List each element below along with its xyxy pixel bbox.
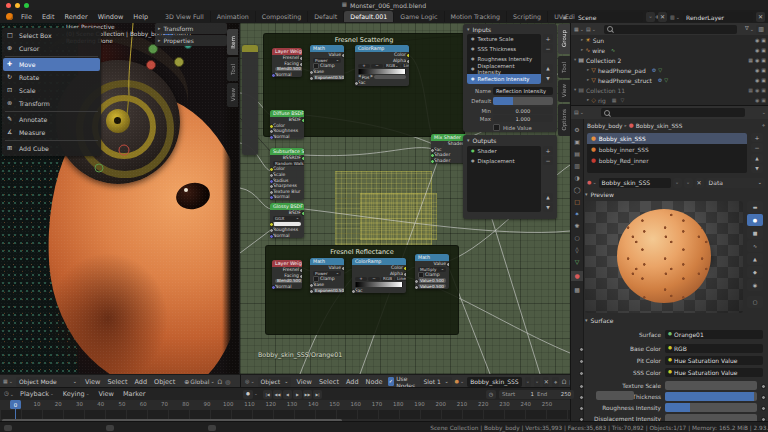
- node-colorramp[interactable]: ColorRamp Color Alpha +−RGBLinear Fac: [352, 258, 406, 293]
- tab-render-icon[interactable]: ▣: [574, 139, 580, 145]
- tab-particles-icon[interactable]: ✺: [574, 223, 579, 229]
- breadcrumb-object[interactable]: Bobby_body: [587, 123, 623, 129]
- shader-node-editor[interactable]: Fresnel Scattering Layer Weight Fresnel …: [240, 23, 570, 374]
- add-stop-button[interactable]: +: [355, 277, 367, 282]
- node-header[interactable]: ColorRamp: [355, 45, 409, 52]
- material-name-field[interactable]: Bobby_skin_SSS: [467, 377, 521, 387]
- slot-down-button[interactable]: ▼: [751, 164, 763, 173]
- tab-texture-icon[interactable]: ▩: [574, 287, 580, 293]
- move-output-down-button[interactable]: ▼: [543, 203, 553, 212]
- surface-panel-header[interactable]: ▾Surface: [585, 317, 613, 324]
- next-keyframe-button[interactable]: ▶▶: [303, 390, 312, 399]
- new-material-button[interactable]: ◦: [534, 377, 540, 387]
- preview-shape-sphere[interactable]: ●: [747, 214, 763, 226]
- material-browse-button[interactable]: ●⌄: [455, 379, 465, 384]
- orientation-dropdown[interactable]: ⊕Global⌄: [184, 378, 214, 385]
- base-color-field[interactable]: ●RGB: [665, 344, 763, 353]
- menu-help[interactable]: Help: [128, 13, 153, 21]
- menu-edit[interactable]: Edit: [37, 13, 60, 21]
- ne-menu-select[interactable]: Select: [317, 378, 341, 386]
- menu-file[interactable]: File: [16, 13, 37, 21]
- render-visibility-icon[interactable]: ▣: [761, 98, 766, 103]
- preview-shape-fluid[interactable]: ◆: [747, 266, 763, 278]
- vp-menu-object[interactable]: Object: [152, 378, 177, 386]
- tab-compositing[interactable]: Compositing: [256, 11, 308, 22]
- render-visibility-icon[interactable]: ▣: [761, 88, 766, 93]
- editor-type-button[interactable]: ◎⌄: [245, 379, 255, 384]
- ne-menu-node[interactable]: Node: [364, 378, 385, 386]
- outliner-row-collection-2[interactable]: ▾▤Collection 2▦◉▣: [571, 55, 768, 65]
- end-frame-field[interactable]: End250: [534, 390, 574, 399]
- preview-shape-plane[interactable]: ▬: [747, 201, 763, 213]
- hide-eye-icon[interactable]: ◉: [755, 88, 759, 93]
- tool-select-box[interactable]: □Select Box: [3, 29, 100, 42]
- material-browse-button[interactable]: ●⌄: [587, 180, 597, 185]
- playhead-label[interactable]: 0: [10, 400, 21, 409]
- color-swatch[interactable]: [273, 222, 301, 227]
- node-input[interactable]: Fac: [352, 287, 406, 293]
- max-value-field[interactable]: 1.000: [493, 115, 553, 122]
- editor-type-button[interactable]: ▦⌄: [3, 379, 13, 384]
- sidebar-tab-view[interactable]: View: [227, 83, 238, 107]
- sidebar-tab-group[interactable]: Group: [558, 24, 570, 54]
- viewport-3d[interactable]: User Perspective (0) Scene Collection | …: [0, 23, 239, 374]
- node-input[interactable]: Fac: [355, 80, 409, 86]
- renderlayer-unlink-button[interactable]: ✕: [756, 12, 765, 22]
- add-stop-button[interactable]: +: [358, 64, 370, 69]
- fake-user-button[interactable]: ◦: [673, 178, 682, 188]
- ne-menu-view[interactable]: View: [294, 378, 313, 386]
- node-input[interactable]: Normal: [272, 284, 302, 290]
- menu-marker[interactable]: Marker: [120, 390, 148, 398]
- render-visibility-icon[interactable]: ▣: [761, 68, 766, 73]
- pin-button[interactable]: ⌖: [552, 377, 558, 387]
- tab-default[interactable]: Default: [308, 11, 344, 22]
- snapping-icon[interactable]: Ω: [562, 379, 567, 385]
- render-visibility-icon[interactable]: ▣: [761, 78, 766, 83]
- display-mode-button[interactable]: ▦⌄: [574, 27, 584, 32]
- output-item[interactable]: ●Displacement: [467, 156, 541, 166]
- inputs-panel-header[interactable]: ▾Inputs: [463, 24, 557, 34]
- pos-field[interactable]: [374, 75, 406, 80]
- sidebar-panel-transform[interactable]: ▸Transform: [155, 23, 227, 34]
- output-item[interactable]: ●Shader: [467, 146, 541, 156]
- outputs-panel-header[interactable]: ▾Outputs: [463, 135, 557, 145]
- vp-menu-view[interactable]: View: [83, 378, 102, 386]
- current-frame-field[interactable]: 0: [596, 391, 634, 400]
- tab-motion-tracking[interactable]: Motion Tracking: [445, 11, 508, 22]
- node-input[interactable]: Shader: [431, 158, 467, 164]
- expand-icon[interactable]: ▸: [581, 48, 583, 53]
- preview-panel-header[interactable]: ▾Preview: [585, 191, 614, 198]
- scene-copy-button[interactable]: ◦: [646, 12, 655, 22]
- remove-slot-button[interactable]: −: [751, 143, 763, 152]
- preview-shape-cube[interactable]: ■: [747, 227, 763, 239]
- tab-object-icon[interactable]: □: [574, 199, 580, 205]
- mode-dropdown[interactable]: Object Mode⌄: [16, 377, 80, 387]
- sidebar-tab-options[interactable]: Options: [558, 104, 570, 136]
- node-input[interactable]: Normal: [270, 194, 304, 200]
- slot-row-selected[interactable]: ●Bobby_skin_SSS: [587, 133, 747, 144]
- tool-transform[interactable]: ⊚Transform: [3, 97, 100, 110]
- hide-eye-icon[interactable]: ◉: [755, 58, 759, 63]
- unlink-material-button[interactable]: ✕: [543, 377, 549, 387]
- tab-animation[interactable]: Animation: [211, 11, 256, 22]
- outliner-row-wire[interactable]: ▸∿wire∿◉▣: [571, 45, 768, 55]
- tab-constraints-icon[interactable]: ◊: [576, 247, 579, 253]
- default-value-slider[interactable]: 0.333: [493, 97, 553, 105]
- outliner-search-input[interactable]: [604, 25, 737, 34]
- options-chevron-icon[interactable]: ⌄: [762, 110, 766, 115]
- outliner-row-headphone-pad[interactable]: ▸▽headPhone_pad⚙▽◉▣: [571, 65, 768, 75]
- outliner-row-headphone-struct[interactable]: ▸▽headPhone_struct⚙▽◉▣: [571, 75, 768, 85]
- render-visibility-icon[interactable]: ▣: [761, 58, 766, 63]
- chevron-down-icon[interactable]: ⌄: [254, 392, 258, 397]
- jump-to-end-button[interactable]: ▶|: [313, 390, 322, 399]
- menu-render[interactable]: Render: [59, 13, 92, 21]
- node-input[interactable]: Normal: [270, 232, 304, 238]
- node-math-power[interactable]: Math Value Power⌄ Clamp Base Exponent0.5…: [310, 45, 344, 80]
- proportional-edit-icon[interactable]: ◎: [225, 379, 230, 385]
- node-header[interactable]: Math: [310, 258, 344, 265]
- sidebar-tab-tool[interactable]: Tool: [558, 56, 570, 78]
- sidebar-tab-item[interactable]: Item: [227, 29, 238, 55]
- texture-scale-slider[interactable]: 1.000: [665, 381, 757, 390]
- render-visibility-icon[interactable]: ▣: [761, 48, 766, 53]
- data-dropdown[interactable]: Data⌄: [706, 178, 765, 188]
